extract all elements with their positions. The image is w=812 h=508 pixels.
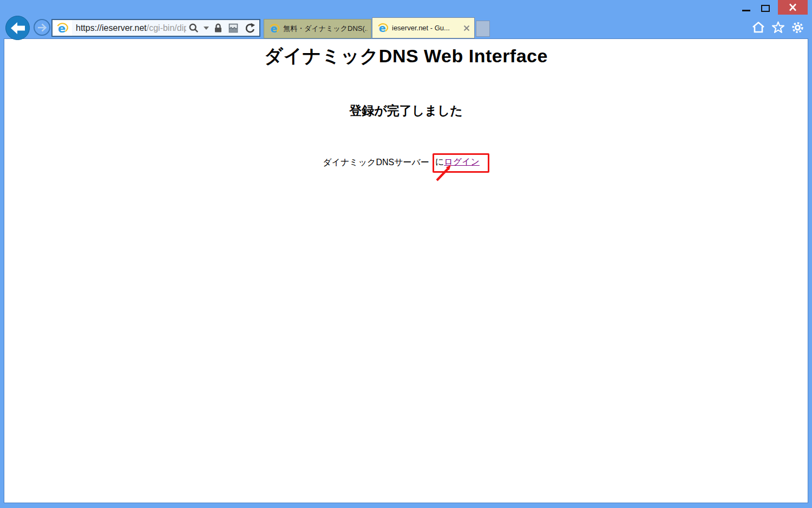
url-path: /cgi-bin/dip: [147, 23, 186, 32]
back-arrow-icon: [10, 21, 26, 35]
ie-logo-icon: e: [56, 22, 69, 35]
search-dropdown-caret-icon[interactable]: [204, 27, 209, 30]
annotation-box: にログイン: [433, 153, 489, 173]
address-bar-icons: [186, 22, 259, 34]
close-icon: [788, 3, 797, 11]
url-text[interactable]: https://ieserver.net/cgi-bin/dip: [72, 23, 186, 33]
url-domain: https://ieserver.net: [76, 23, 147, 32]
browser-window: e https://ieserver.net/cgi-bin/dip: [0, 0, 812, 508]
forward-arrow-icon: [36, 22, 48, 33]
toolbar-right-icons: [751, 21, 804, 34]
lock-icon: [213, 23, 223, 34]
address-bar[interactable]: e https://ieserver.net/cgi-bin/dip: [51, 19, 260, 37]
login-line: ダイナミックDNSサーバーにログイン: [4, 153, 808, 173]
maximize-button[interactable]: [757, 0, 774, 15]
navigation-toolbar: e https://ieserver.net/cgi-bin/dip: [0, 16, 812, 39]
close-button[interactable]: [778, 0, 808, 15]
status-message: 登録が完了しました: [4, 102, 808, 119]
titlebar[interactable]: [0, 0, 812, 16]
ie-logo-icon: e: [269, 23, 280, 35]
close-icon: [463, 24, 470, 32]
minimize-button[interactable]: [737, 0, 755, 15]
tab-title: 無料・ダイナミックDNS(...: [280, 24, 368, 34]
ie-logo-icon: e: [377, 22, 389, 34]
tab-free-dynamic-dns[interactable]: e 無料・ダイナミックDNS(...: [264, 19, 371, 38]
forward-button[interactable]: [34, 19, 50, 36]
tab-ieserver-net[interactable]: e ieserver.net - Gu...: [372, 17, 475, 38]
back-button[interactable]: [5, 16, 30, 40]
login-link[interactable]: ログイン: [444, 157, 480, 166]
search-icon[interactable]: [188, 23, 199, 34]
settings-gear-icon[interactable]: [791, 21, 804, 34]
tab-title: ieserver.net - Gu...: [389, 24, 461, 32]
new-tab-button[interactable]: [476, 21, 490, 37]
favorites-star-icon[interactable]: [771, 21, 785, 34]
particle-text: に: [435, 157, 444, 166]
maximize-icon: [761, 5, 770, 12]
login-line-prefix: ダイナミックDNSサーバー: [323, 158, 429, 167]
refresh-icon[interactable]: [244, 22, 256, 34]
tab-close-button[interactable]: [461, 23, 472, 34]
address-favicon: e: [53, 20, 72, 36]
page-title: ダイナミックDNS Web Interface: [4, 44, 808, 69]
minimize-icon: [742, 10, 750, 11]
compatibility-view-icon[interactable]: [227, 23, 239, 34]
page-content: ダイナミックDNS Web Interface 登録が完了しました ダイナミック…: [4, 39, 808, 503]
home-icon[interactable]: [751, 21, 765, 34]
